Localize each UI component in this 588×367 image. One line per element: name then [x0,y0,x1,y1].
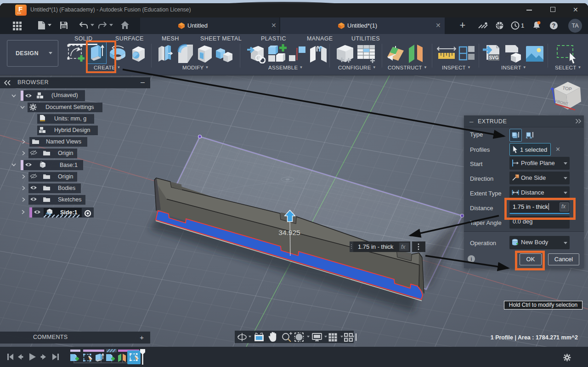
svg-text:fx: fx [401,244,406,250]
svg-text:34.925: 34.925 [278,229,300,236]
svg-text:?: ? [552,23,555,29]
svg-text:SVG: SVG [489,55,498,60]
svg-text:1.75 in - thick: 1.75 in - thick [358,243,394,250]
